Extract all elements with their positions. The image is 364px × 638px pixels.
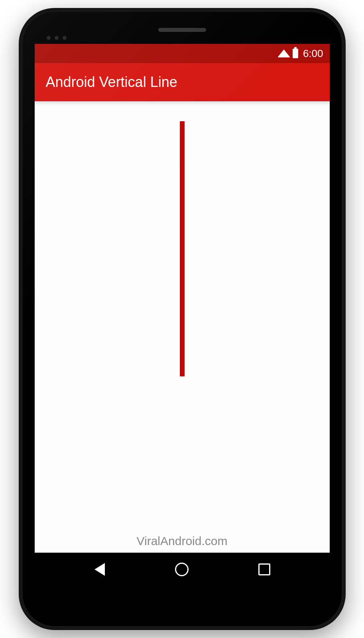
nav-home-button[interactable] bbox=[174, 561, 190, 577]
phone-earpiece bbox=[158, 28, 206, 32]
vertical-line bbox=[180, 121, 185, 376]
wifi-icon bbox=[277, 49, 290, 57]
phone-device-frame: 6:00 Android Vertical Line ViralAndroid.… bbox=[19, 8, 346, 630]
status-icons bbox=[277, 49, 298, 58]
navigation-bar bbox=[35, 553, 330, 586]
app-title: Android Vertical Line bbox=[46, 74, 177, 91]
status-bar[interactable]: 6:00 bbox=[35, 44, 330, 63]
main-content: ViralAndroid.com bbox=[35, 101, 330, 553]
watermark-text: ViralAndroid.com bbox=[137, 534, 228, 548]
back-icon bbox=[94, 563, 105, 576]
battery-icon bbox=[293, 49, 298, 58]
phone-bezel: 6:00 Android Vertical Line ViralAndroid.… bbox=[23, 12, 342, 626]
home-icon bbox=[175, 563, 189, 576]
app-bar: Android Vertical Line bbox=[35, 63, 330, 101]
nav-recent-button[interactable] bbox=[256, 561, 272, 577]
phone-screen: 6:00 Android Vertical Line ViralAndroid.… bbox=[35, 44, 330, 586]
status-clock: 6:00 bbox=[303, 47, 323, 60]
nav-back-button[interactable] bbox=[92, 561, 108, 577]
sensor-dots bbox=[47, 36, 67, 40]
recent-apps-icon bbox=[258, 563, 270, 575]
